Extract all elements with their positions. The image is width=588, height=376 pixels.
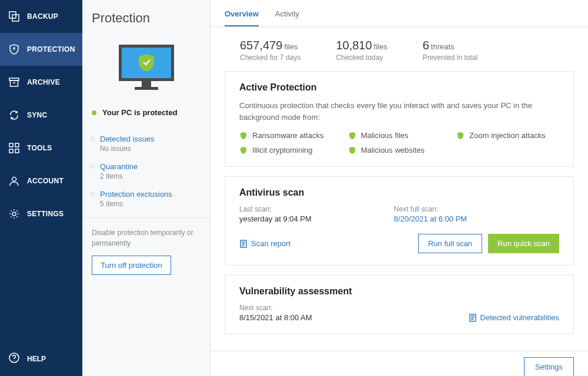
panel-section-sub: 5 items [100,200,201,208]
last-scan-label: Last scan: [239,205,312,213]
sync-icon [8,109,20,121]
person-icon [8,175,20,187]
backup-icon [8,11,20,22]
threat-label: Malicious files [361,131,409,140]
card-title: Vulnerability assessment [239,286,559,297]
stat-sub: Checked today [336,53,387,62]
stat-value: 10,810 [336,39,372,52]
panel-title: Protection [82,0,210,32]
settings-button[interactable]: Settings [524,357,574,376]
tabs: Overview Activity [211,0,588,27]
status-text: Your PC is protected [102,108,178,117]
stats-row: 657,479files Checked for 7 days 10,810fi… [211,27,588,71]
bullet-icon [91,164,95,169]
stat-checked-7days: 657,479files Checked for 7 days [240,39,300,62]
panel-section-title: Protection exclusions [100,190,201,199]
help-icon [8,352,20,365]
nav-item-protection[interactable]: PROTECTION [0,33,82,66]
status-dot-icon [92,110,96,115]
threat-item: Zoom injection attacks [456,131,559,140]
status-line: Your PC is protected [82,108,210,123]
nav-help-label: HELP [27,355,46,363]
threat-item: Illicit cryptomining [239,146,342,155]
panel-section-sub: 2 items [100,172,201,180]
nav-items: BACKUP PROTECTION ARCHIVE SYNC [0,0,82,341]
detected-vulnerabilities-link[interactable]: Detected vulnerabilities [469,313,559,322]
svg-rect-5 [15,143,19,147]
panel-section-sub: No issues [100,145,201,153]
monitor-illustration [82,32,210,108]
shield-icon [348,146,356,155]
footer: Settings [211,351,588,376]
run-quick-scan-button[interactable]: Run quick scan [488,234,559,253]
last-scan-value: yesterday at 9:04 PM [239,214,312,223]
tab-overview[interactable]: Overview [225,0,259,26]
stat-checked-today: 10,810files Checked today [336,39,387,62]
bullet-icon [91,192,95,196]
svg-point-8 [12,177,16,182]
main-content: Overview Activity 657,479files Checked f… [211,0,588,376]
antivirus-buttons: Run full scan Run quick scan [418,234,559,253]
grid-icon [8,142,20,154]
nav-help[interactable]: HELP [0,341,82,376]
panel-section-quarantine[interactable]: Quarantine 2 items [82,156,210,184]
stat-threats: 6threats Prevented in total [423,39,477,62]
nav-item-sync[interactable]: SYNC [0,99,82,132]
panel-section-detected-issues[interactable]: Detected issues No issues [82,129,210,156]
shield-icon [239,132,248,140]
threat-item: Ransomware attacks [239,131,342,140]
antivirus-row: Last scan: yesterday at 9:04 PM Next ful… [239,205,559,223]
vuln-next-scan: Next scan: 8/15/2021 at 8:00 AM [239,304,312,322]
nav-item-settings[interactable]: SETTINGS [0,197,82,230]
threat-item: Malicious files [348,131,451,140]
shield-icon [348,132,356,140]
panel-section-exclusions[interactable]: Protection exclusions 5 items [82,184,210,212]
panel-sections: Detected issues No issues Quarantine 2 i… [82,123,210,217]
antivirus-card: Antivirus scan Last scan: yesterday at 9… [225,176,574,266]
shield-icon [456,132,465,140]
stat-sub: Checked for 7 days [240,53,300,62]
card-title: Antivirus scan [239,187,559,198]
nav-item-tools[interactable]: TOOLS [0,132,82,164]
panel-bottom: Disable protection temporarily or perman… [82,217,210,287]
vuln-next-scan-value: 8/15/2021 at 8:00 AM [239,313,312,322]
vuln-next-scan-label: Next scan: [239,304,312,312]
next-scan-value[interactable]: 8/20/2021 at 6:00 PM [394,214,467,223]
nav-label: SETTINGS [27,210,64,218]
disable-text: Disable protection temporarily or perman… [92,227,201,249]
bullet-icon [91,137,95,141]
svg-rect-3 [11,80,18,86]
protection-panel: Protection Your PC is protected Detected… [82,0,211,376]
next-scan-cell: Next full scan: 8/20/2021 at 6:00 PM [394,205,467,223]
active-protection-card: Active Protection Continuous protection … [225,71,574,167]
nav-item-archive[interactable]: ARCHIVE [0,66,82,99]
nav-item-account[interactable]: ACCOUNT [0,164,82,197]
document-icon [239,240,248,248]
svg-rect-7 [15,149,19,153]
panel-section-title: Quarantine [100,162,201,171]
vulnerability-card: Vulnerability assessment Next scan: 8/15… [225,275,574,334]
svg-point-9 [12,212,16,216]
svg-rect-4 [9,143,13,147]
scan-report-link[interactable]: Scan report [239,239,290,248]
threat-label: Illicit cryptomining [252,146,313,155]
tab-activity[interactable]: Activity [275,0,299,26]
nav-label: PROTECTION [27,45,75,53]
nav-label: BACKUP [27,12,58,21]
scan-report-label: Scan report [251,239,290,248]
panel-section-title: Detected issues [100,135,201,143]
threat-label: Ransomware attacks [252,131,323,140]
nav-item-backup[interactable]: BACKUP [0,0,82,33]
document-icon [469,314,477,322]
detected-vuln-label: Detected vulnerabilities [480,313,559,322]
threat-item: Malicious websites [348,146,451,155]
svg-rect-13 [142,81,151,87]
app-root: BACKUP PROTECTION ARCHIVE SYNC [0,0,588,376]
threat-label: Zoom injection attacks [469,131,545,140]
run-full-scan-button[interactable]: Run full scan [418,234,482,253]
vulnerability-row: Next scan: 8/15/2021 at 8:00 AM Detected… [239,304,559,322]
stat-unit: files [284,42,298,51]
turn-off-protection-button[interactable]: Turn off protection [92,256,171,275]
svg-rect-6 [9,149,13,153]
stat-sub: Prevented in total [423,53,477,62]
